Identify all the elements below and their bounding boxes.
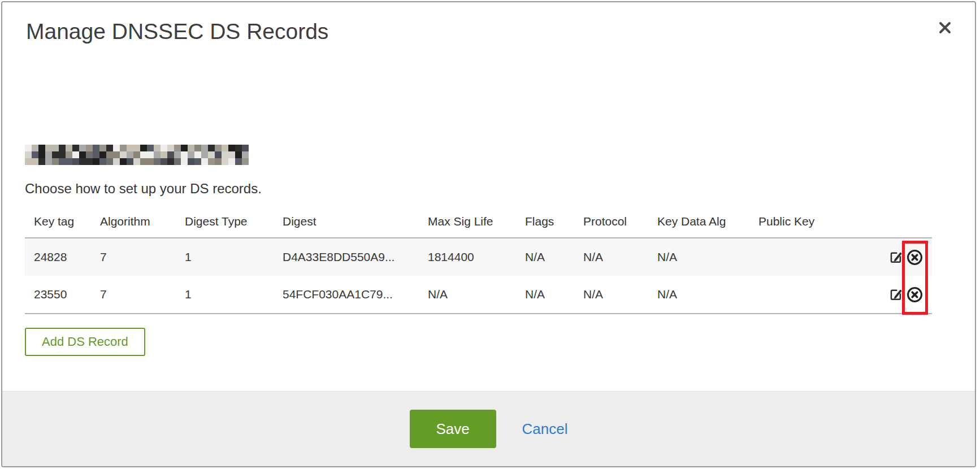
col-header-protocol: Protocol	[583, 207, 657, 238]
page-title: Manage DNSSEC DS Records	[26, 19, 328, 44]
remove-record-button[interactable]	[906, 249, 923, 266]
cell-actions	[887, 276, 932, 314]
cell-key-data-alg: N/A	[657, 238, 758, 276]
edit-record-button[interactable]	[888, 287, 904, 302]
circle-x-icon	[906, 249, 923, 266]
dnssec-modal: Manage DNSSEC DS Records Choose how to s…	[1, 1, 976, 467]
cell-protocol: N/A	[583, 276, 657, 314]
cell-public-key	[758, 238, 887, 276]
col-header-public-key: Public Key	[758, 207, 887, 238]
close-button[interactable]	[935, 18, 955, 37]
col-header-algorithm: Algorithm	[100, 207, 185, 238]
cell-digest-type: 1	[185, 238, 283, 276]
table-header-row: Key tag Algorithm Digest Type Digest Max…	[25, 207, 932, 238]
cell-max-sig-life: N/A	[428, 276, 525, 314]
col-header-max-sig-life: Max Sig Life	[428, 207, 525, 238]
col-header-key-data-alg: Key Data Alg	[657, 207, 758, 238]
cell-digest: D4A33E8DD550A9...	[283, 238, 428, 276]
close-icon	[936, 19, 953, 36]
cell-flags: N/A	[525, 238, 583, 276]
cell-max-sig-life: 1814400	[428, 238, 525, 276]
cell-public-key	[758, 276, 887, 314]
edit-pencil-icon	[888, 250, 904, 265]
col-header-actions	[887, 207, 932, 238]
remove-record-button[interactable]	[906, 286, 923, 303]
cell-key-data-alg: N/A	[657, 276, 758, 314]
table-row: 24828 7 1 D4A33E8DD550A9... 1814400 N/A …	[25, 238, 932, 276]
modal-footer: Save Cancel	[2, 391, 975, 466]
col-header-flags: Flags	[525, 207, 583, 238]
cell-key-tag: 23550	[25, 276, 100, 314]
cell-key-tag: 24828	[25, 238, 100, 276]
save-button[interactable]: Save	[410, 410, 496, 448]
cell-flags: N/A	[525, 276, 583, 314]
table-row: 23550 7 1 54FCF030AA1C79... N/A N/A N/A …	[25, 276, 932, 314]
redacted-domain-name	[25, 145, 249, 165]
cell-digest: 54FCF030AA1C79...	[283, 276, 428, 314]
cancel-link[interactable]: Cancel	[522, 420, 568, 438]
cell-digest-type: 1	[185, 276, 283, 314]
cell-protocol: N/A	[583, 238, 657, 276]
add-ds-record-button[interactable]: Add DS Record	[25, 328, 145, 356]
cell-algorithm: 7	[100, 238, 185, 276]
circle-x-icon	[906, 286, 923, 303]
ds-records-table: Key tag Algorithm Digest Type Digest Max…	[25, 207, 932, 314]
col-header-key-tag: Key tag	[25, 207, 100, 238]
edit-pencil-icon	[888, 287, 904, 302]
col-header-digest-type: Digest Type	[185, 207, 283, 238]
col-header-digest: Digest	[283, 207, 428, 238]
edit-record-button[interactable]	[888, 250, 904, 265]
instruction-text: Choose how to set up your DS records.	[25, 181, 262, 197]
cell-actions	[887, 238, 932, 276]
cell-algorithm: 7	[100, 276, 185, 314]
